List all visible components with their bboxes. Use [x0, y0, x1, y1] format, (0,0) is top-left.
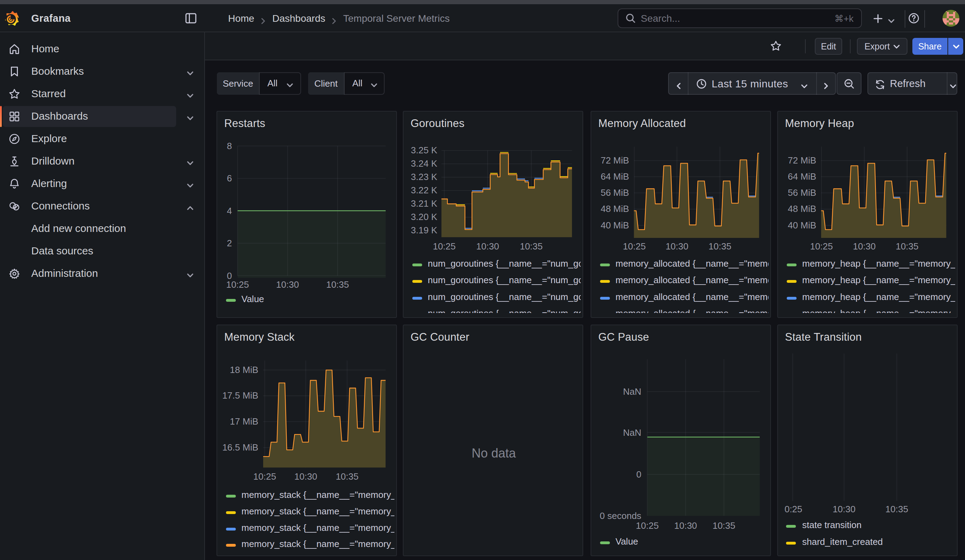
- svg-text:10:30: 10:30: [674, 520, 697, 531]
- svg-text:17.5 MiB: 17.5 MiB: [222, 390, 258, 401]
- svg-text:0:25: 0:25: [785, 504, 803, 514]
- svg-text:10:25: 10:25: [254, 471, 276, 482]
- svg-text:10:30: 10:30: [294, 471, 317, 482]
- svg-text:10:35: 10:35: [712, 520, 735, 531]
- svg-text:6: 6: [227, 173, 232, 183]
- svg-text:10:30: 10:30: [833, 504, 855, 514]
- svg-text:10:35: 10:35: [326, 279, 349, 290]
- svg-text:10:25: 10:25: [636, 520, 659, 531]
- svg-text:10:35: 10:35: [885, 504, 908, 514]
- svg-text:10:30: 10:30: [276, 279, 299, 290]
- svg-text:16.5 MiB: 16.5 MiB: [222, 442, 258, 452]
- svg-text:18 MiB: 18 MiB: [230, 364, 258, 375]
- svg-text:8: 8: [227, 141, 232, 151]
- svg-text:0: 0: [636, 469, 641, 480]
- svg-text:10:25: 10:25: [226, 279, 249, 290]
- svg-text:17 MiB: 17 MiB: [230, 416, 258, 427]
- svg-text:10:35: 10:35: [336, 471, 359, 482]
- svg-text:2: 2: [227, 238, 232, 248]
- svg-text:4: 4: [227, 206, 232, 216]
- svg-text:NaN: NaN: [623, 427, 641, 438]
- svg-text:NaN: NaN: [623, 386, 641, 397]
- svg-text:0 seconds: 0 seconds: [600, 511, 641, 521]
